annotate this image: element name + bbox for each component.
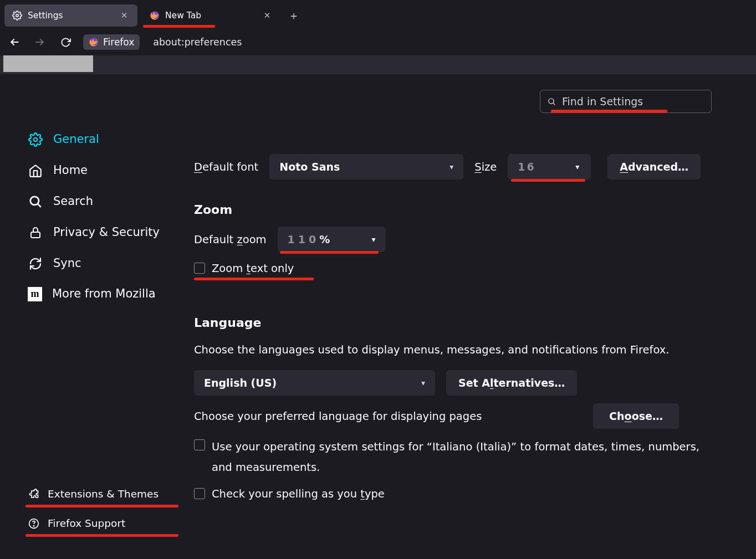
sidebar-item-mozilla[interactable]: m More from Mozilla (25, 279, 172, 309)
chevron-down-icon: ▾ (575, 162, 581, 171)
use-os-locale-label: Use your operating system settings for “… (212, 437, 699, 478)
check-spelling-checkbox[interactable] (194, 488, 205, 499)
reload-button[interactable] (58, 34, 73, 50)
tab-label: Settings (28, 11, 63, 20)
search-icon (547, 97, 556, 106)
mozilla-icon: m (28, 287, 42, 301)
chevron-down-icon: ▾ (449, 162, 453, 171)
chevron-down-icon: ▾ (421, 378, 425, 387)
svg-point-5 (34, 138, 38, 142)
set-alternatives-button[interactable]: Set Alternatives… (446, 370, 577, 396)
sidebar-support[interactable]: Firefox Support (25, 512, 172, 535)
sidebar-item-privacy[interactable]: Privacy & Security (25, 217, 172, 248)
settings-panel: Find in Settings Default font Noto Sans … (183, 74, 756, 559)
toolbar-placeholder (3, 55, 93, 72)
firefox-icon (150, 11, 160, 20)
identity-label: Firefox (103, 37, 134, 48)
chevron-down-icon: ▾ (372, 235, 376, 244)
language-heading: Language (194, 316, 712, 330)
svg-point-10 (33, 525, 34, 526)
ui-language-select[interactable]: English (US) ▾ (194, 370, 435, 396)
default-zoom-label: Default zoom (194, 233, 267, 246)
sidebar-extensions[interactable]: Extensions & Themes (25, 483, 172, 506)
new-tab-button[interactable]: ＋ (285, 7, 303, 24)
sidebar-item-label: Extensions & Themes (48, 488, 159, 500)
tab-settings[interactable]: Settings ✕ (4, 4, 137, 27)
puzzle-icon (28, 488, 40, 500)
advanced-fonts-button[interactable]: Advanced… (607, 154, 701, 180)
zoom-text-only-label: Zoom text only (212, 260, 294, 277)
settings-sidebar: General Home Search Privacy & Security S… (0, 74, 183, 559)
zoom-text-only-checkbox[interactable] (194, 263, 205, 274)
tab-newtab[interactable]: New Tab ✕ (142, 4, 280, 27)
sidebar-item-label: Firefox Support (48, 517, 125, 530)
search-placeholder: Find in Settings (562, 95, 643, 107)
tab-label: New Tab (165, 11, 201, 20)
sidebar-item-label: Home (53, 163, 170, 177)
sidebar-item-search[interactable]: Search (25, 186, 172, 217)
choose-language-button[interactable]: Choose… (593, 403, 679, 429)
bookmarks-toolbar (0, 55, 756, 74)
use-os-locale-checkbox[interactable] (194, 439, 205, 450)
zoom-heading: Zoom (194, 203, 712, 217)
preferred-language-text: Choose your preferred language for displ… (194, 406, 582, 427)
check-spelling-label: Check your spelling as you type (212, 485, 385, 502)
default-zoom-select[interactable]: 110% ▾ (278, 227, 386, 252)
tab-strip: Settings ✕ New Tab ✕ ＋ (0, 0, 756, 29)
sidebar-item-label: General (53, 132, 170, 146)
svg-line-12 (553, 102, 555, 105)
forward-button[interactable] (32, 34, 48, 50)
sidebar-item-label: Sync (53, 257, 170, 270)
svg-point-6 (30, 197, 39, 205)
sidebar-item-sync[interactable]: Sync (25, 248, 172, 279)
sidebar-item-home[interactable]: Home (25, 155, 172, 186)
font-size-value: 16 (518, 161, 535, 173)
default-font-value: Noto Sans (279, 161, 340, 173)
back-button[interactable] (7, 34, 22, 50)
help-icon (28, 517, 40, 530)
sidebar-item-label: Search (53, 194, 170, 208)
default-font-label: Default font (194, 161, 258, 173)
close-icon[interactable]: ✕ (262, 10, 273, 21)
svg-rect-8 (31, 232, 40, 238)
language-description: Choose the languages used to display men… (194, 340, 687, 360)
gear-icon (12, 11, 22, 20)
sidebar-item-label: Privacy & Security (53, 225, 170, 239)
identity-box[interactable]: Firefox (83, 34, 140, 50)
close-icon[interactable]: ✕ (119, 10, 130, 21)
font-size-select[interactable]: 16 ▾ (508, 154, 591, 180)
firefox-icon (89, 37, 99, 47)
sync-icon (28, 256, 43, 271)
url-text[interactable]: about:preferences (153, 37, 242, 48)
sidebar-item-general[interactable]: General (25, 124, 172, 155)
svg-point-0 (16, 14, 19, 17)
font-size-label: Size (474, 161, 497, 173)
home-icon (28, 163, 43, 178)
nav-toolbar: Firefox about:preferences (0, 29, 756, 55)
search-icon (28, 194, 43, 209)
svg-line-7 (38, 204, 40, 207)
lock-icon (28, 225, 43, 240)
sidebar-item-label: More from Mozilla (52, 287, 170, 301)
ui-language-value: English (US) (204, 377, 277, 389)
gear-icon (28, 132, 43, 147)
default-font-select[interactable]: Noto Sans ▾ (269, 154, 463, 180)
